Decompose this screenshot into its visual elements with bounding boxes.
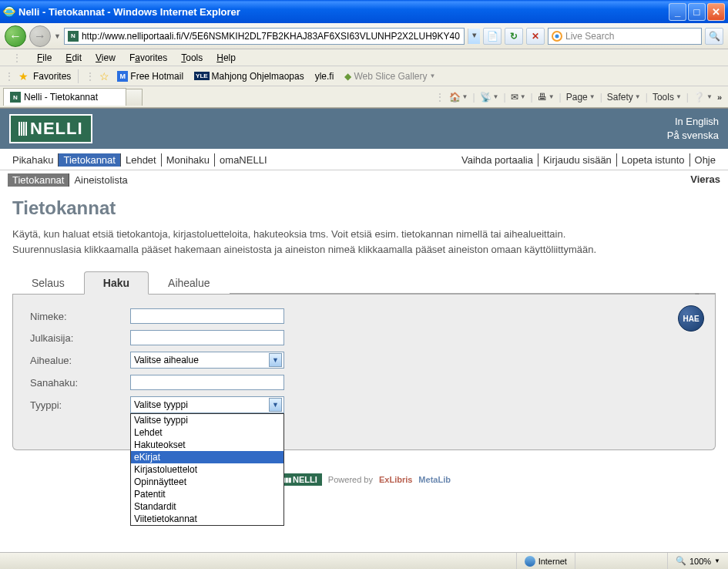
mail-button[interactable]: ✉▼ xyxy=(508,90,529,104)
tyyppi-option[interactable]: Opinnäytteet xyxy=(131,476,283,488)
fav-mahjong[interactable]: YLEMahjong Ohjelmaopas xyxy=(191,69,307,83)
protected-mode[interactable] xyxy=(575,553,667,569)
tyyppi-option[interactable]: Viitetietokannat xyxy=(131,513,283,525)
help-button[interactable]: ❔▼ xyxy=(690,90,716,104)
tyyppi-option[interactable]: Valitse tyyppi xyxy=(131,414,283,426)
nav-lopeta[interactable]: Lopeta istunto xyxy=(617,153,690,167)
close-button[interactable]: ✕ xyxy=(707,3,725,21)
site-favicon: N xyxy=(68,31,79,42)
nav-lehdet[interactable]: Lehdet xyxy=(121,153,162,167)
tab-haku[interactable]: Haku xyxy=(84,271,149,295)
yle-icon: YLE xyxy=(194,72,210,80)
bing-icon xyxy=(552,31,562,42)
globe-icon xyxy=(525,556,535,567)
page-menu[interactable]: Page ▼ xyxy=(563,90,599,104)
language-switcher: In English På svenska xyxy=(667,115,719,143)
fav-label: Free Hotmail xyxy=(130,71,183,82)
nimeke-input[interactable] xyxy=(130,308,284,324)
nimeke-label: Nimeke: xyxy=(30,311,130,322)
tyyppi-option[interactable]: Standardit xyxy=(131,500,283,513)
aihealue-select[interactable]: Valitse aihealue ▼ xyxy=(130,352,284,369)
dropdown-arrow-icon: ▼ xyxy=(269,398,282,412)
subnav-tietokannat[interactable]: Tietokannat xyxy=(8,173,69,187)
browser-tab[interactable]: N Nelli - Tietokannat xyxy=(3,88,126,106)
nav-vaihda-portaalia[interactable]: Vaihda portaalia xyxy=(457,153,538,167)
status-internet: Internet xyxy=(516,553,575,569)
hae-button[interactable]: HAE xyxy=(678,305,704,332)
tyyppi-select[interactable]: Valitse tyyppi ▼ Valitse tyyppiLehdetHak… xyxy=(130,396,284,413)
fav-free-hotmail[interactable]: MFree Hotmail xyxy=(114,69,186,83)
search-placeholder: Live Search xyxy=(565,31,614,42)
page-body: Tietokannat Käytä, kun haluat etsiä tiet… xyxy=(0,190,728,493)
tyyppi-dropdown-list: Valitse tyyppiLehdetHakuteokseteKirjatKi… xyxy=(130,413,284,526)
tab-title: Nelli - Tietokannat xyxy=(24,92,98,103)
window-titlebar: Nelli - Tietokannat - Windows Internet E… xyxy=(0,0,728,23)
page-label: Page xyxy=(566,92,588,103)
grip-icon: ⋮ xyxy=(435,92,445,103)
add-favorite-icon[interactable]: ☆ xyxy=(99,70,109,82)
zoom-control[interactable]: 🔍100% ▼ xyxy=(667,553,728,569)
aihealue-label: Aihealue: xyxy=(30,355,130,366)
search-box[interactable]: Live Search xyxy=(548,28,702,45)
favorites-star-icon[interactable]: ★ xyxy=(18,70,29,82)
home-button[interactable]: 🏠▼ xyxy=(446,90,471,104)
sanahaku-input[interactable] xyxy=(130,375,284,390)
feeds-button[interactable]: 📡▼ xyxy=(477,90,502,104)
maximize-button[interactable]: □ xyxy=(688,3,706,21)
nav-dropdown-icon[interactable]: ▼ xyxy=(54,32,61,40)
fav-yle[interactable]: yle.fi xyxy=(312,69,337,83)
safety-label: Safety xyxy=(607,92,633,103)
overflow-chevron[interactable]: » xyxy=(717,93,722,102)
refresh-button[interactable]: ↻ xyxy=(505,28,523,45)
stop-button[interactable]: ✕ xyxy=(526,28,545,45)
print-button[interactable]: 🖶▼ xyxy=(535,90,558,104)
minimize-button[interactable]: _ xyxy=(669,3,686,21)
subnav-aineistolista[interactable]: Aineistolista xyxy=(69,173,132,187)
menu-tools[interactable]: Tools xyxy=(175,51,209,65)
lang-svenska[interactable]: På svenska xyxy=(667,129,719,143)
julkaisija-input[interactable] xyxy=(130,330,284,345)
menu-help[interactable]: Help xyxy=(210,51,242,65)
address-url: http://www.nelliportaali.fi/V/5E6NSMKIH2… xyxy=(82,31,460,42)
tyyppi-option[interactable]: Lehdet xyxy=(131,426,283,439)
tyyppi-option[interactable]: Hakuteokset xyxy=(131,439,283,451)
tab-favicon: N xyxy=(10,92,21,103)
address-bar[interactable]: N http://www.nelliportaali.fi/V/5E6NSMKI… xyxy=(64,28,465,45)
menu-favorites[interactable]: Favorites xyxy=(123,51,173,65)
menu-view[interactable]: View xyxy=(89,51,122,65)
favorites-bar: ⋮ ★ Favorites ⋮ ☆ MFree Hotmail YLEMahjo… xyxy=(0,66,728,86)
compat-view-button[interactable]: 📄 xyxy=(483,28,502,45)
nav-monihaku[interactable]: Monihaku xyxy=(162,153,215,167)
nav-ohje[interactable]: Ohje xyxy=(690,153,720,167)
status-bar: Internet 🔍100% ▼ xyxy=(0,552,728,569)
tab-selaus[interactable]: Selaus xyxy=(12,271,84,295)
tools-menu[interactable]: Tools ▼ xyxy=(649,90,685,104)
tyyppi-option[interactable]: eKirjat xyxy=(131,451,283,463)
tab-bar: N Nelli - Tietokannat ⋮ 🏠▼ | 📡▼ | ✉▼ | 🖶… xyxy=(0,86,728,108)
powered-by-label: Powered by xyxy=(328,475,373,484)
nelli-logo[interactable]: NELLI xyxy=(9,114,92,143)
nav-omanelli[interactable]: omaNELLI xyxy=(215,153,271,167)
menu-edit[interactable]: Edit xyxy=(59,51,88,65)
dropdown-arrow-icon: ▼ xyxy=(269,353,282,367)
main-nav: Pikahaku Tietokannat Lehdet Monihaku oma… xyxy=(0,149,728,170)
address-dropdown[interactable]: ▾ xyxy=(468,29,480,44)
safety-menu[interactable]: Safety ▼ xyxy=(604,90,644,104)
lang-english[interactable]: In English xyxy=(667,115,719,129)
fav-web-slice[interactable]: ◆Web Slice Gallery ▼ xyxy=(341,69,438,83)
nav-kirjaudu[interactable]: Kirjaudu sisään xyxy=(538,153,617,167)
nav-pikahaku[interactable]: Pikahaku xyxy=(8,153,59,167)
favorites-label[interactable]: Favorites xyxy=(33,71,71,82)
menu-file[interactable]: File xyxy=(31,51,58,65)
back-button[interactable]: ← xyxy=(5,25,26,47)
command-bar: ⋮ 🏠▼ | 📡▼ | ✉▼ | 🖶▼ | Page ▼ | Safety ▼ … xyxy=(435,90,728,104)
tyyppi-value: Valitse tyyppi xyxy=(134,399,188,410)
fav-label: Web Slice Gallery xyxy=(354,71,427,82)
tab-aihealue[interactable]: Aihealue xyxy=(149,271,230,295)
new-tab-button[interactable] xyxy=(126,89,143,106)
search-go-button[interactable]: 🔍 xyxy=(705,28,723,45)
exlibris-label: ExLibris xyxy=(379,475,412,484)
nav-tietokannat[interactable]: Tietokannat xyxy=(59,153,120,167)
tyyppi-option[interactable]: Kirjastoluettelot xyxy=(131,463,283,476)
tyyppi-option[interactable]: Patentit xyxy=(131,488,283,500)
